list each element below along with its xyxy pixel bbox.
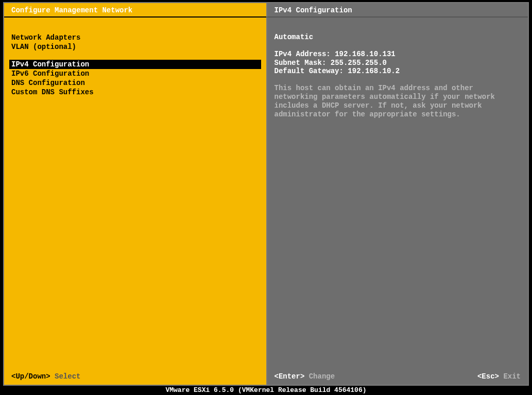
detail-subnet: Subnet Mask: 255.255.255.0 (274, 59, 521, 67)
header-row: Configure Management Network IPv4 Config… (4, 3, 528, 18)
detail-help-text: This host can obtain an IPv4 address and… (274, 84, 521, 118)
ipv4-label: IPv4 Address: (274, 50, 331, 58)
header-right-title: IPv4 Configuration (266, 3, 528, 18)
detail-ipv4: IPv4 Address: 192.168.10.131 (274, 50, 521, 59)
footer-esc-key: <Esc> (477, 372, 499, 381)
menu-item-vlan[interactable]: VLAN (optional) (4, 42, 266, 51)
footer-esc-action: Exit (503, 372, 521, 381)
subnet-label: Subnet Mask: (274, 59, 327, 67)
footer-enter-action: Change (309, 372, 335, 381)
gateway-label: Default Gateway: (274, 67, 344, 75)
detail-mode: Automatic (274, 33, 521, 42)
footer-left-action: Select (55, 372, 80, 381)
menu-item-network-adapters[interactable]: Network Adapters (4, 33, 266, 42)
footer-left: <Up/Down> Select (4, 368, 266, 385)
ipv4-value: 192.168.10.131 (335, 50, 396, 58)
footer-left-key: <Up/Down> (11, 372, 50, 381)
menu-item-dns-configuration[interactable]: DNS Configuration (4, 78, 266, 88)
footer-right: <Enter> Change <Esc> Exit (267, 368, 528, 385)
menu-area: Network Adapters VLAN (optional) IPv4 Co… (4, 18, 266, 368)
bottom-status-bar: VMware ESXi 6.5.0 (VMKernel Release Buil… (0, 386, 532, 395)
left-panel: Network Adapters VLAN (optional) IPv4 Co… (4, 18, 266, 385)
footer-enter-key: <Enter> (274, 372, 305, 381)
footer-right-esc: <Esc> Exit (477, 372, 521, 381)
menu-item-ipv4-configuration[interactable]: IPv4 Configuration (9, 60, 261, 69)
detail-spacer-2 (274, 76, 521, 84)
detail-gateway: Default Gateway: 192.168.10.2 (274, 67, 521, 76)
footer-right-enter: <Enter> Change (274, 372, 335, 381)
subnet-value: 255.255.255.0 (331, 59, 387, 67)
detail-area: Automatic IPv4 Address: 192.168.10.131 S… (267, 18, 528, 368)
header-left-title: Configure Management Network (4, 3, 266, 18)
menu-item-custom-dns-suffixes[interactable]: Custom DNS Suffixes (4, 88, 266, 97)
gateway-value: 192.168.10.2 (348, 67, 400, 75)
detail-spacer (274, 42, 521, 50)
menu-item-ipv6-configuration[interactable]: IPv6 Configuration (4, 69, 266, 78)
main-frame: Configure Management Network IPv4 Config… (3, 2, 529, 386)
right-panel: Automatic IPv4 Address: 192.168.10.131 S… (266, 18, 528, 385)
menu-spacer (4, 51, 266, 60)
body-row: Network Adapters VLAN (optional) IPv4 Co… (4, 18, 528, 385)
